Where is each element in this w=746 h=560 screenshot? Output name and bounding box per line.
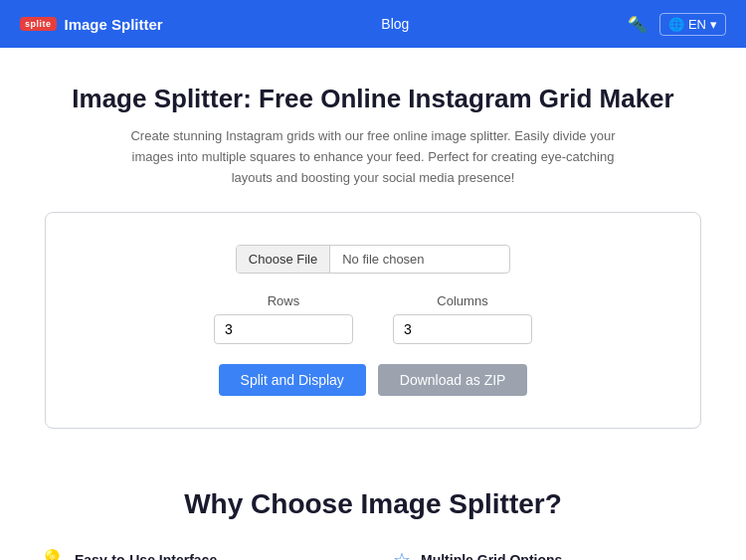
feature-icon-row-1: 💡 Easy-to-Use Interface: [40, 548, 353, 560]
tool-box: Choose File No file chosen Rows Columns …: [45, 212, 701, 429]
rows-cols-row: Rows Columns: [66, 293, 680, 344]
nav-left: splite Image Splitter: [20, 16, 163, 33]
nav-title: Image Splitter: [65, 16, 163, 33]
rows-field-group: Rows: [214, 293, 353, 344]
feature-title-1: Easy-to-Use Interface: [75, 552, 217, 560]
logo-badge: splite: [20, 17, 57, 31]
features-grid: 💡 Easy-to-Use Interface Our Image Splitt…: [40, 548, 706, 560]
columns-label: Columns: [437, 293, 487, 308]
columns-input[interactable]: [393, 314, 532, 344]
lang-label: EN: [688, 17, 706, 32]
nav-right: 🔦 🌐 EN ▾: [628, 13, 726, 36]
language-button[interactable]: 🌐 EN ▾: [659, 13, 726, 36]
feature-item-2: ☆ Multiple Grid Options With the Image S…: [393, 548, 706, 560]
split-and-display-button[interactable]: Split and Display: [219, 364, 366, 396]
hero-description: Create stunning Instagram grids with our…: [114, 126, 632, 188]
blog-link[interactable]: Blog: [381, 16, 409, 32]
rows-label: Rows: [268, 293, 300, 308]
rows-input[interactable]: [214, 314, 353, 344]
star-icon: ☆: [393, 548, 411, 560]
chevron-down-icon: ▾: [710, 17, 717, 32]
why-section: Why Choose Image Splitter? 💡 Easy-to-Use…: [0, 468, 746, 560]
choose-file-button[interactable]: Choose File: [237, 246, 330, 273]
feature-title-2: Multiple Grid Options: [421, 552, 562, 560]
hero-heading: Image Splitter: Free Online Instagram Gr…: [20, 84, 726, 114]
globe-icon: 🌐: [668, 17, 684, 32]
why-heading: Why Choose Image Splitter?: [40, 488, 706, 520]
download-zip-button[interactable]: Download as ZIP: [378, 364, 528, 396]
lightbulb-icon: 💡: [40, 548, 65, 560]
actions-row: Split and Display Download as ZIP: [66, 364, 680, 396]
feature-item-1: 💡 Easy-to-Use Interface Our Image Splitt…: [40, 548, 353, 560]
navbar: splite Image Splitter Blog 🔦 🌐 EN ▾: [0, 0, 746, 48]
feature-icon-row-2: ☆ Multiple Grid Options: [393, 548, 706, 560]
hero-section: Image Splitter: Free Online Instagram Gr…: [0, 48, 746, 212]
nav-center: Blog: [381, 15, 409, 33]
file-placeholder-label: No file chosen: [330, 246, 509, 273]
file-input-wrapper: Choose File No file chosen: [236, 245, 510, 274]
file-input-row: Choose File No file chosen: [66, 245, 680, 274]
columns-field-group: Columns: [393, 293, 532, 344]
lamp-icon[interactable]: 🔦: [628, 15, 648, 34]
